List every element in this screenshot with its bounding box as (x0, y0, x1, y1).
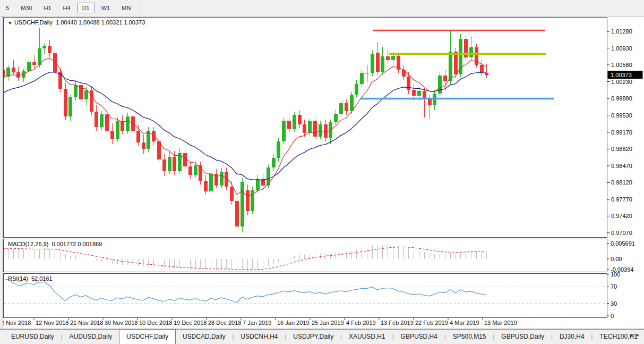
svg-text:0.98820: 0.98820 (611, 146, 632, 152)
timeframe-button-5[interactable]: 5 (1, 3, 14, 13)
svg-text:0.99530: 0.99530 (611, 112, 632, 119)
timeframe-button-mn[interactable]: MN (116, 3, 136, 13)
svg-text:1.00230: 1.00230 (611, 79, 632, 85)
svg-text:1.00580: 1.00580 (611, 62, 632, 68)
svg-text:13 Feb 2019: 13 Feb 2019 (381, 320, 414, 326)
macd-values: 0.001772 0.001869 (51, 241, 102, 247)
timeframe-button-h1[interactable]: H1 (39, 3, 57, 13)
tab-audusd-daily[interactable]: AUDUSD,Daily (63, 330, 119, 344)
macd-name: MACD(12,26,9) (8, 241, 48, 247)
macd-label: MACD(12,26,9)0.001772 0.001869 (8, 241, 105, 247)
chart-ohlc-values: 1.00440 1.00488 1.00321 1.00373 (56, 19, 145, 26)
rsi-line (4, 279, 486, 303)
svg-text:10 Dec 2018: 10 Dec 2018 (139, 320, 172, 326)
tab-usdjpy-daily[interactable]: USDJPY,Daily (286, 330, 340, 344)
chart-tab-bar: EURUSD,Daily|AUDUSD,DailyUSDCHF,DailyUSD… (0, 329, 644, 344)
timeframe-toolbar: 5M30H1H4D1W1MN (0, 0, 644, 16)
svg-text:25 Jan 2019: 25 Jan 2019 (312, 320, 344, 326)
svg-text:1.01280: 1.01280 (611, 28, 632, 35)
svg-text:0.98470: 0.98470 (611, 163, 632, 169)
rsi-label: RSI(14)52.0161 (8, 275, 56, 282)
price-axis-canvas: 1.012801.009301.005801.002300.998800.995… (607, 16, 644, 329)
rsi-indicator-panel[interactable]: RSI(14)52.0161 (3, 273, 607, 318)
svg-text:0.97770: 0.97770 (611, 196, 632, 203)
svg-text:100: 100 (611, 271, 620, 278)
svg-text:12 Nov 2018: 12 Nov 2018 (36, 320, 68, 326)
tab-gbpusd-daily[interactable]: GBPUSD,Daily (494, 330, 551, 344)
svg-text:21 Nov 2018: 21 Nov 2018 (70, 320, 103, 326)
tab-eurusd-daily[interactable]: EURUSD,Daily (4, 330, 61, 344)
svg-text:70: 70 (611, 283, 617, 290)
rsi-chart-canvas[interactable] (4, 274, 607, 317)
svg-text:2 Nov 2018: 2 Nov 2018 (3, 320, 31, 326)
svg-text:1.00930: 1.00930 (611, 45, 632, 52)
svg-text:13 Mar 2019: 13 Mar 2019 (484, 320, 517, 326)
svg-text:0.97420: 0.97420 (611, 213, 632, 219)
trading-platform-window: 5M30H1H4D1W1MN ▼USDCHF,Daily1.00440 1.00… (0, 0, 644, 344)
chart-title-arrow-icon[interactable]: ▼ (8, 21, 12, 26)
svg-text:0.98120: 0.98120 (611, 179, 632, 186)
svg-text:19 Dec 2018: 19 Dec 2018 (174, 320, 207, 326)
tab-scroll-left-icon[interactable]: ◄ (629, 332, 636, 338)
svg-text:4 Feb 2019: 4 Feb 2019 (346, 320, 376, 326)
svg-text:0: 0 (611, 313, 614, 319)
svg-text:4 Mar 2019: 4 Mar 2019 (450, 320, 479, 326)
tab-usdcad-daily[interactable]: USDCAD,Daily (176, 330, 233, 344)
chart-title: ▼USDCHF,Daily1.00440 1.00488 1.00321 1.0… (8, 19, 148, 26)
toolbar-separator (141, 2, 141, 14)
timeframe-button-h4[interactable]: H4 (58, 3, 76, 13)
tab-sp500-m15[interactable]: SP500,M15 (446, 330, 493, 344)
candlestick-chart-canvas[interactable] (4, 18, 607, 237)
chart-symbol-label: USDCHF,Daily (14, 19, 53, 26)
svg-text:0.99170: 0.99170 (611, 129, 632, 136)
date-axis[interactable]: 2 Nov 201812 Nov 201821 Nov 201830 Nov 2… (3, 318, 607, 329)
svg-text:22 Feb 2019: 22 Feb 2019 (415, 320, 448, 326)
tab-gbpusd-h4[interactable]: GBPUSD,H4 (394, 330, 444, 344)
svg-text:30 Nov 2018: 30 Nov 2018 (105, 320, 138, 326)
svg-text:7 Jan 2019: 7 Jan 2019 (243, 320, 271, 326)
rsi-value: 52.0161 (31, 275, 53, 282)
tab-scroll-right-icon[interactable]: ► (636, 332, 642, 338)
svg-text:28 Dec 2018: 28 Dec 2018 (208, 320, 241, 326)
svg-text:0.97070: 0.97070 (611, 230, 632, 236)
rsi-name: RSI(14) (8, 275, 28, 282)
svg-text:1.00373: 1.00373 (611, 72, 632, 78)
date-axis-canvas: 2 Nov 201812 Nov 201821 Nov 201830 Nov 2… (3, 318, 607, 329)
timeframe-button-w1[interactable]: W1 (96, 3, 116, 13)
price-axis[interactable]: 1.012801.009301.005801.002300.998800.995… (607, 16, 644, 329)
svg-text:0.00: 0.00 (611, 256, 622, 262)
svg-text:0.99880: 0.99880 (611, 95, 632, 102)
tab-usdchf-daily[interactable]: USDCHF,Daily (119, 329, 176, 344)
timeframe-button-m30[interactable]: M30 (15, 3, 37, 13)
tab-scroll-arrows: ◄► (629, 332, 642, 338)
tab-usdcnh-h4[interactable]: USDCNH,H4 (234, 330, 285, 344)
macd-indicator-panel[interactable]: MACD(12,26,9)0.001772 0.001869 (3, 239, 607, 272)
svg-text:30: 30 (611, 300, 617, 307)
ma-fast-line (4, 58, 486, 196)
svg-text:0.005691: 0.005691 (611, 240, 635, 247)
price-chart-panel[interactable]: ▼USDCHF,Daily1.00440 1.00488 1.00321 1.0… (3, 17, 607, 238)
tab-xauusd-h1[interactable]: XAUUSD,H1 (342, 330, 392, 344)
tab-dj30-h4[interactable]: DJ30,H4 (553, 330, 591, 344)
timeframe-button-d1[interactable]: D1 (77, 3, 95, 13)
svg-text:16 Jan 2019: 16 Jan 2019 (277, 320, 310, 326)
